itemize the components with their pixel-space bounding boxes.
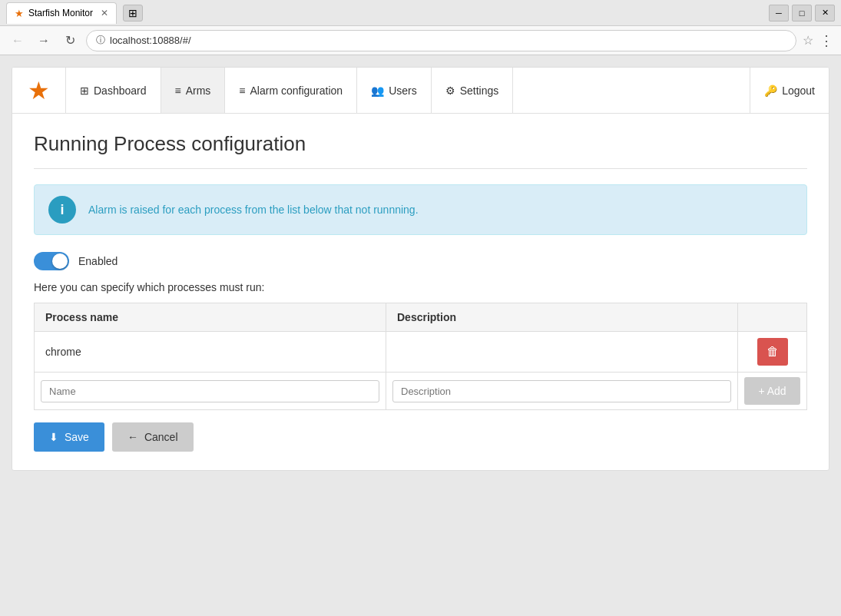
- forward-button[interactable]: →: [34, 31, 54, 51]
- nav-arms[interactable]: ≡ Arms: [161, 68, 226, 113]
- browser-window: ★ Starfish Monitor ✕ ⊞ ─ □ ✕ ← → ↻ ⓘ loc…: [0, 0, 841, 616]
- new-desc-cell: [386, 373, 738, 410]
- maximize-button[interactable]: □: [792, 5, 812, 22]
- save-label: Save: [65, 431, 89, 443]
- minimize-button[interactable]: ─: [769, 5, 789, 22]
- new-name-cell: [35, 373, 386, 410]
- nav-arms-label: Arms: [186, 84, 211, 97]
- browser-menu-button[interactable]: ⋮: [819, 32, 833, 49]
- bookmark-button[interactable]: ☆: [803, 33, 813, 48]
- brand-star-icon: ★: [28, 76, 50, 105]
- cancel-arrow-icon: ←: [127, 431, 138, 443]
- navbar-brand[interactable]: ★: [12, 68, 66, 114]
- nav-logout[interactable]: 🔑 Logout: [750, 68, 829, 113]
- action-cell: 🗑: [738, 332, 807, 373]
- arms-icon: ≡: [175, 84, 181, 97]
- logout-icon: 🔑: [764, 84, 777, 97]
- settings-icon: ⚙: [445, 84, 455, 97]
- col-process-name: Process name: [35, 303, 386, 332]
- add-action-cell: + Add: [738, 373, 807, 410]
- nav-users-label: Users: [389, 84, 417, 97]
- toggle-row: Enabled: [34, 252, 807, 270]
- refresh-button[interactable]: ↻: [60, 31, 80, 51]
- nav-settings-label: Settings: [460, 84, 499, 97]
- users-icon: 👥: [371, 84, 384, 97]
- save-button[interactable]: ⬇ Save: [34, 422, 104, 452]
- info-icon: i: [48, 196, 76, 224]
- nav-dashboard[interactable]: ⊞ Dashboard: [66, 68, 161, 113]
- address-bar: ← → ↻ ⓘ localhost:10888/#/ ☆ ⋮: [0, 26, 841, 55]
- cancel-label: Cancel: [144, 431, 178, 443]
- app-container: ★ ⊞ Dashboard ≡ Arms ≡ Alarm configurati…: [12, 67, 829, 471]
- title-bar: ★ Starfish Monitor ✕ ⊞ ─ □ ✕: [0, 0, 841, 26]
- browser-tab[interactable]: ★ Starfish Monitor ✕: [6, 2, 117, 24]
- info-message: Alarm is raised for each process from th…: [88, 204, 419, 216]
- nav-dashboard-label: Dashboard: [94, 84, 147, 97]
- process-table: Process name Description chrome 🗑: [34, 303, 807, 410]
- window-controls: ─ □ ✕: [769, 5, 835, 22]
- table-row: chrome 🗑: [35, 332, 807, 373]
- description-input[interactable]: [392, 380, 731, 402]
- add-label: + Add: [758, 385, 786, 397]
- nav-alarm-config[interactable]: ≡ Alarm configuration: [225, 68, 357, 113]
- delete-button[interactable]: 🗑: [757, 338, 788, 366]
- navbar: ★ ⊞ Dashboard ≡ Arms ≡ Alarm configurati…: [12, 68, 829, 114]
- process-name-cell: chrome: [35, 332, 386, 373]
- dashboard-icon: ⊞: [80, 84, 89, 97]
- save-icon: ⬇: [49, 431, 58, 443]
- close-button[interactable]: ✕: [815, 5, 835, 22]
- tab-title: Starfish Monitor: [28, 8, 93, 18]
- col-action: [738, 303, 807, 332]
- nav-users[interactable]: 👥 Users: [357, 68, 432, 113]
- main-content: Running Process configuration i Alarm is…: [12, 114, 829, 470]
- url-bar[interactable]: ⓘ localhost:10888/#/: [86, 30, 796, 51]
- info-box: i Alarm is raised for each process from …: [34, 184, 807, 235]
- url-text: localhost:10888/#/: [110, 35, 191, 46]
- name-input[interactable]: [41, 380, 379, 402]
- add-row: + Add: [35, 373, 807, 410]
- specify-text: Here you can specify which processes mus…: [34, 281, 807, 293]
- cancel-button[interactable]: ← Cancel: [112, 422, 194, 452]
- add-button[interactable]: + Add: [744, 377, 800, 405]
- nav-items: ⊞ Dashboard ≡ Arms ≡ Alarm configuration…: [66, 68, 750, 113]
- new-tab-button[interactable]: ⊞: [123, 5, 143, 22]
- action-buttons: ⬇ Save ← Cancel: [34, 422, 807, 452]
- page-title: Running Process configuration: [34, 132, 807, 169]
- trash-icon: 🗑: [767, 345, 779, 359]
- tab-favicon: ★: [15, 8, 24, 19]
- nav-logout-label: Logout: [782, 84, 815, 97]
- enabled-toggle[interactable]: [34, 252, 69, 270]
- alarm-icon: ≡: [239, 84, 245, 97]
- page-area: ★ ⊞ Dashboard ≡ Arms ≡ Alarm configurati…: [0, 55, 841, 616]
- nav-settings[interactable]: ⚙ Settings: [432, 68, 514, 113]
- process-desc-cell: [386, 332, 738, 373]
- url-secure-icon: ⓘ: [96, 34, 105, 47]
- back-button[interactable]: ←: [8, 31, 28, 51]
- tab-close-button[interactable]: ✕: [101, 8, 108, 18]
- nav-alarm-label: Alarm configuration: [250, 84, 343, 97]
- toggle-label: Enabled: [78, 255, 118, 267]
- col-description: Description: [386, 303, 738, 332]
